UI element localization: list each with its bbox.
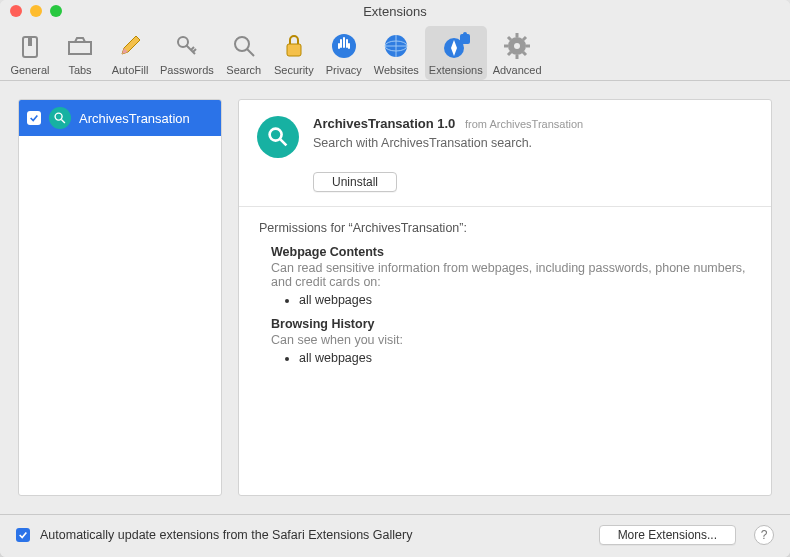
svg-rect-1 [28,37,32,46]
uninstall-button[interactable]: Uninstall [313,172,397,192]
tab-label: Search [226,64,261,76]
permission-description: Can see when you visit: [271,333,751,347]
tab-security[interactable]: Security [270,26,318,80]
extensions-sidebar: ArchivesTransation [18,99,222,496]
gear-icon [501,30,533,62]
tab-label: Passwords [160,64,214,76]
extension-icon [49,107,71,129]
permission-title: Browsing History [271,317,751,331]
tab-label: Extensions [429,64,483,76]
svg-rect-5 [287,44,301,56]
prefs-toolbar: General Tabs AutoFill Passwords Search [0,22,790,81]
window-title: Extensions [0,4,790,19]
tab-label: Websites [374,64,419,76]
tab-general[interactable]: General [6,26,54,80]
zoom-window-icon[interactable] [50,5,62,17]
switch-icon [14,30,46,62]
tab-label: General [10,64,49,76]
permission-bullet: all webpages [299,351,751,365]
tab-label: AutoFill [112,64,149,76]
extension-title: ArchivesTransation 1.0 [313,116,455,131]
permission-bullet: all webpages [299,293,751,307]
tab-search[interactable]: Search [220,26,268,80]
detail-header-text: ArchivesTransation 1.0 from ArchivesTran… [313,116,753,158]
close-window-icon[interactable] [10,5,22,17]
svg-point-15 [55,113,62,120]
lock-icon [278,30,310,62]
extension-description: Search with ArchivesTransation search. [313,136,753,150]
search-icon [228,30,260,62]
globe-icon [380,30,412,62]
tab-websites[interactable]: Websites [370,26,423,80]
extension-author: from ArchivesTransation [465,118,583,130]
svg-point-4 [235,37,249,51]
svg-point-16 [270,129,282,141]
permission-webpage-contents: Webpage Contents Can read sensitive info… [271,245,751,307]
detail-header: ArchivesTransation 1.0 from ArchivesTran… [239,100,771,172]
tab-label: Tabs [68,64,91,76]
content-area: ArchivesTransation ArchivesTransation 1.… [0,81,790,514]
extension-icon [257,116,299,158]
tab-autofill[interactable]: AutoFill [106,26,154,80]
more-extensions-button[interactable]: More Extensions... [599,525,736,545]
svg-point-14 [514,43,520,49]
hand-icon [328,30,360,62]
help-button[interactable]: ? [754,525,774,545]
puzzle-compass-icon [440,30,472,62]
tab-tabs[interactable]: Tabs [56,26,104,80]
permissions-heading: Permissions for “ArchivesTransation”: [259,221,751,235]
title-bar: Extensions [0,0,790,22]
key-icon [171,30,203,62]
extension-enabled-checkbox[interactable] [27,111,41,125]
sidebar-item-label: ArchivesTransation [79,111,190,126]
tab-label: Security [274,64,314,76]
auto-update-label: Automatically update extensions from the… [40,528,589,542]
tab-label: Advanced [493,64,542,76]
traffic-lights [10,5,62,17]
tab-label: Privacy [326,64,362,76]
tab-privacy[interactable]: Privacy [320,26,368,80]
tabs-icon [64,30,96,62]
svg-point-12 [463,32,467,36]
permissions-section: Permissions for “ArchivesTransation”: We… [239,207,771,389]
uninstall-row: Uninstall [239,172,771,206]
tab-extensions[interactable]: Extensions [425,26,487,80]
permission-description: Can read sensitive information from webp… [271,261,751,289]
sidebar-item-archivestransation[interactable]: ArchivesTransation [19,100,221,136]
tab-passwords[interactable]: Passwords [156,26,218,80]
auto-update-checkbox[interactable] [16,528,30,542]
tab-advanced[interactable]: Advanced [489,26,546,80]
svg-rect-2 [69,42,91,54]
minimize-window-icon[interactable] [30,5,42,17]
permission-title: Webpage Contents [271,245,751,259]
permission-browsing-history: Browsing History Can see when you visit:… [271,317,751,365]
preferences-window: Extensions General Tabs AutoFill Passw [0,0,790,557]
pencil-icon [114,30,146,62]
extension-details-pane: ArchivesTransation 1.0 from ArchivesTran… [238,99,772,496]
footer: Automatically update extensions from the… [0,514,790,557]
